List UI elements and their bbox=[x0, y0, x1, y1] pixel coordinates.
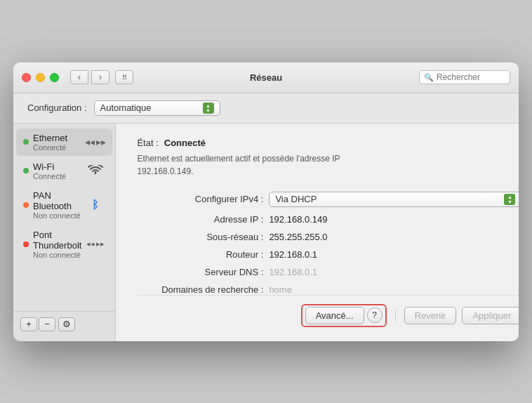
toolbar: Configuration : Automatique ▲ ▼ bbox=[13, 93, 519, 124]
wifi-status-dot bbox=[23, 168, 29, 173]
subnet-value: 255.255.255.0 bbox=[269, 232, 327, 242]
ethernet-info: Ethernet Connecté bbox=[33, 133, 81, 152]
search-domains-label: Domaines de recherche : bbox=[137, 284, 263, 295]
sidebar-item-thunderbolt[interactable]: Pont Thunderbolt Non connecté ◂◂▸▸ bbox=[16, 225, 112, 263]
ethernet-status: Connecté bbox=[33, 143, 81, 152]
status-description: Ethernet est actuellement actif et possè… bbox=[137, 152, 519, 178]
ipv4-arrows-icon: ▲ ▼ bbox=[504, 194, 515, 205]
dns-row: Serveur DNS : 192.168.0.1 bbox=[137, 267, 519, 277]
address-label: Adresse IP : bbox=[137, 214, 263, 225]
settings-button[interactable]: ⚙ bbox=[58, 317, 75, 331]
bluetooth-status: Non connecté bbox=[33, 211, 81, 220]
sidebar-item-wifi[interactable]: Wi-Fi Connecté bbox=[16, 157, 112, 185]
config-select[interactable]: Automatique ▲ ▼ bbox=[94, 100, 220, 116]
close-button[interactable] bbox=[22, 73, 31, 82]
thunderbolt-status: Non connecté bbox=[33, 251, 81, 259]
address-value: 192.168.0.149 bbox=[269, 214, 327, 225]
sidebar-item-ethernet[interactable]: Ethernet Connecté ◂◂▸▸ bbox=[16, 128, 112, 156]
ethernet-status-dot bbox=[23, 139, 29, 145]
back-button[interactable]: ‹ bbox=[70, 70, 88, 84]
bluetooth-name: PAN Bluetooth bbox=[33, 190, 81, 211]
window-title: Réseau bbox=[250, 72, 282, 83]
advanced-button[interactable]: Avancé... bbox=[305, 307, 364, 324]
gear-icon: ⚙ bbox=[62, 319, 71, 329]
thunderbolt-icon: ◂◂▸▸ bbox=[86, 237, 105, 251]
ethernet-icon: ◂◂▸▸ bbox=[86, 135, 105, 149]
bluetooth-info: PAN Bluetooth Non connecté bbox=[33, 190, 81, 220]
wifi-name: Wi-Fi bbox=[33, 161, 81, 172]
status-section: État : Connecté Ethernet est actuellemen… bbox=[137, 138, 519, 178]
advanced-area: Avancé... ? bbox=[301, 304, 387, 327]
ipv4-config-row: Configurer IPv4 : Via DHCP ▲ ▼ bbox=[137, 192, 519, 207]
thunderbolt-name: Pont Thunderbolt bbox=[33, 230, 81, 251]
address-row: Adresse IP : 192.168.0.149 bbox=[137, 214, 519, 225]
search-box[interactable]: 🔍 bbox=[419, 70, 510, 84]
main-panel: État : Connecté Ethernet est actuellemen… bbox=[116, 124, 519, 341]
bluetooth-icon: ᛒ bbox=[86, 198, 105, 212]
wifi-status: Connecté bbox=[33, 172, 81, 180]
apply-button[interactable]: Appliquer bbox=[462, 307, 519, 324]
ipv4-select[interactable]: Via DHCP ▲ ▼ bbox=[269, 192, 519, 207]
grid-button[interactable]: ⠿ bbox=[115, 70, 133, 84]
wifi-icon bbox=[86, 164, 105, 178]
thunderbolt-status-dot bbox=[23, 242, 29, 247]
add-network-button[interactable]: + bbox=[20, 317, 37, 331]
router-label: Routeur : bbox=[137, 249, 263, 260]
router-row: Routeur : 192.168.0.1 bbox=[137, 249, 519, 260]
revert-button[interactable]: Revenir bbox=[404, 307, 457, 324]
nav-buttons: ‹ › bbox=[70, 70, 109, 84]
subnet-label: Sous-réseau : bbox=[137, 232, 263, 242]
bluetooth-status-dot bbox=[23, 202, 29, 208]
wifi-info: Wi-Fi Connecté bbox=[33, 161, 81, 180]
traffic-lights bbox=[22, 73, 59, 82]
forward-button[interactable]: › bbox=[91, 70, 109, 84]
content: Ethernet Connecté ◂◂▸▸ Wi-Fi Connecté bbox=[13, 124, 519, 341]
sidebar-item-bluetooth[interactable]: PAN Bluetooth Non connecté ᛒ bbox=[16, 186, 112, 224]
search-input[interactable] bbox=[437, 72, 500, 82]
main-window: ‹ › ⠿ Réseau 🔍 Configuration : Automatiq… bbox=[13, 62, 519, 341]
maximize-button[interactable] bbox=[50, 73, 59, 82]
search-domains-value: home bbox=[269, 284, 292, 295]
status-label: État : bbox=[137, 138, 158, 148]
titlebar: ‹ › ⠿ Réseau 🔍 bbox=[13, 62, 519, 93]
status-row: État : Connecté bbox=[137, 138, 519, 148]
thunderbolt-info: Pont Thunderbolt Non connecté bbox=[33, 230, 81, 259]
minimize-button[interactable] bbox=[36, 73, 45, 82]
sidebar: Ethernet Connecté ◂◂▸▸ Wi-Fi Connecté bbox=[13, 124, 116, 341]
status-value: Connecté bbox=[164, 138, 206, 148]
config-label: Configuration : bbox=[27, 103, 87, 113]
config-value: Automatique bbox=[100, 103, 152, 113]
ipv4-label: Configurer IPv4 : bbox=[137, 194, 263, 204]
search-domains-row: Domaines de recherche : home bbox=[137, 284, 519, 295]
ipv4-section: Configurer IPv4 : Via DHCP ▲ ▼ Adresse I… bbox=[137, 192, 519, 295]
subnet-row: Sous-réseau : 255.255.255.0 bbox=[137, 232, 519, 242]
divider bbox=[395, 309, 396, 322]
remove-network-button[interactable]: − bbox=[39, 317, 55, 331]
router-value: 192.168.0.1 bbox=[269, 249, 317, 260]
sidebar-bottom: + − ⚙ bbox=[13, 311, 115, 337]
dns-value: 192.168.0.1 bbox=[269, 267, 317, 277]
ethernet-name: Ethernet bbox=[33, 133, 81, 143]
config-arrows-icon: ▲ ▼ bbox=[203, 103, 214, 114]
help-button[interactable]: ? bbox=[367, 308, 383, 323]
dns-label: Serveur DNS : bbox=[137, 267, 263, 277]
bottom-actions: Avancé... ? Revenir Appliquer bbox=[137, 295, 519, 327]
ipv4-value: Via DHCP bbox=[275, 194, 317, 204]
search-icon: 🔍 bbox=[424, 73, 434, 82]
